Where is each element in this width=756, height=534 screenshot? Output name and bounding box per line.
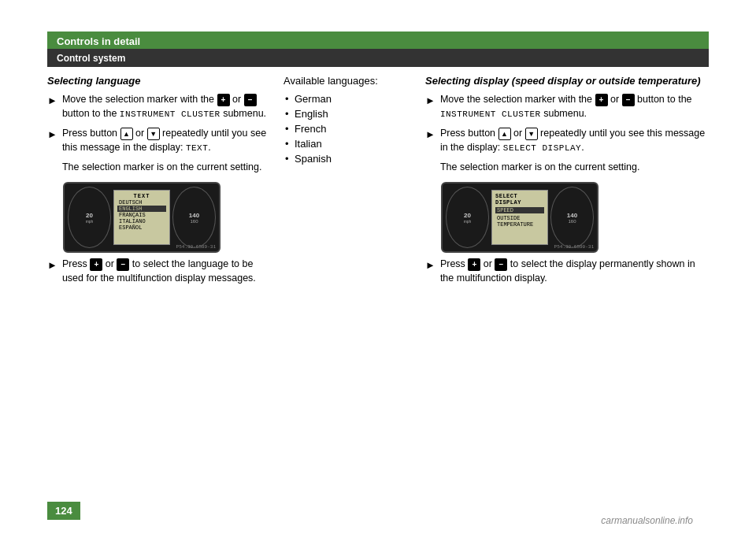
minus-icon-r2: – <box>495 258 507 271</box>
plus-icon-1: + <box>217 94 230 106</box>
arrow-sym-2: ► <box>47 128 57 154</box>
sd-center-display: SELECT DISPLAY SPEED OUTSIDE TEMPERATURE <box>491 190 548 245</box>
lang-spanish: Spanish <box>284 153 410 165</box>
speedometer-right: 140 160 <box>172 187 216 248</box>
sd-display-title: SELECT DISPLAY <box>495 193 544 206</box>
sd-caption: P54.30-6590-31 <box>554 244 594 250</box>
step2-right: ► Press button ▲ or ▼ repeatedly until y… <box>425 127 709 154</box>
sd-speedometer-right: 140 160 <box>550 187 594 248</box>
speed-num-140-right: 140 <box>189 212 199 219</box>
col-left: Selecting language ► Move the selection … <box>47 75 268 487</box>
select-display-ref: SELECT DISPLAY <box>503 143 581 153</box>
plus-icon-r1: + <box>595 94 608 106</box>
display-title-left: TEXT <box>134 193 150 199</box>
down-icon-r1: ▼ <box>525 128 538 140</box>
available-languages-label: Available languages: <box>284 75 410 87</box>
col-middle: Available languages: German English Fren… <box>284 75 410 487</box>
page-number: 124 <box>47 502 80 520</box>
up-icon-1: ▲ <box>120 128 133 140</box>
lang-italian: Italian <box>284 138 410 150</box>
sd-speed-140: 140 <box>567 212 577 219</box>
sd-speedometer-left: 20 mph <box>446 187 489 248</box>
step2b-left: ► The selection marker is on the current… <box>47 161 268 176</box>
plus-icon-2: + <box>90 258 102 271</box>
step1-left: ► Move the selection marker with the + o… <box>47 93 268 121</box>
step2-left: ► Press button ▲ or ▼ repeatedly until y… <box>47 127 268 154</box>
main-content: Selecting language ► Move the selection … <box>47 75 709 487</box>
speedometer-left: 20 mph <box>68 187 111 248</box>
plus-icon-r2: + <box>468 258 480 271</box>
arrow-sym-r1: ► <box>425 94 435 121</box>
up-icon-r1: ▲ <box>498 128 511 140</box>
center-display-left: TEXT DEUTSCH ENGLISH FRANÇAIS ITALIANO E… <box>113 190 170 245</box>
lang-german: German <box>284 93 410 105</box>
lang-francais: FRANÇAIS <box>117 212 166 218</box>
arrow-sym-3: ► <box>47 258 57 285</box>
minus-icon-2: – <box>117 258 129 271</box>
lang-french: French <box>284 123 410 135</box>
language-list: German English French Italian Spanish <box>284 93 410 165</box>
speed-num-160-right: 160 <box>190 219 198 224</box>
step2b-left-text: The selection marker is on the current s… <box>62 161 268 176</box>
step1-right: ► Move the selection marker with the + o… <box>425 93 709 121</box>
sd-item-outside-temp: OUTSIDE TEMPERATURE <box>495 215 544 228</box>
step2b-right: ► The selection marker is on the current… <box>425 161 709 176</box>
step3-right-text: Press + or – to select the display perma… <box>440 258 709 285</box>
sd-mph-label: mph <box>464 219 472 224</box>
arrow-sym-r2: ► <box>425 128 435 154</box>
lang-italiano: ITALIANO <box>117 218 166 224</box>
section-bar: Control system <box>47 49 709 67</box>
section-title: Control system <box>57 53 125 64</box>
step1-left-text: Move the selection marker with the + or … <box>62 93 268 121</box>
sd-item-speed: SPEED <box>495 207 544 213</box>
step2-left-text: Press button ▲ or ▼ repeatedly until you… <box>62 127 268 154</box>
down-icon-1: ▼ <box>147 128 160 140</box>
lang-espanol: ESPAÑOL <box>117 224 166 231</box>
arrow-sym-1: ► <box>47 94 57 121</box>
lang-english: English <box>284 108 410 120</box>
selecting-language-title: Selecting language <box>47 75 268 87</box>
speed-num-20-left: 20 <box>86 212 93 219</box>
step3-left: ► Press + or – to select the language to… <box>47 258 268 285</box>
cluster-image-left: 20 mph 140 160 TEXT DEUTSCH ENGLISH F <box>63 182 220 253</box>
lang-english-selected: ENGLISH <box>117 206 166 212</box>
header-title: Controls in detail <box>57 35 140 47</box>
instrument-cluster-ref-1: INSTRUMENT CLUSTER <box>120 109 220 119</box>
lang-deutsch: DEUTSCH <box>117 199 166 206</box>
minus-icon-r1: – <box>622 94 635 106</box>
step3-right: ► Press + or – to select the display per… <box>425 258 709 285</box>
step3-left-text: Press + or – to select the language to b… <box>62 258 268 285</box>
watermark: carmanualsonline.info <box>601 515 693 526</box>
text-ref-1: TEXT <box>186 143 208 153</box>
sd-speed-160: 160 <box>568 219 576 224</box>
col-right: Selecting display (speed display or outs… <box>425 75 709 487</box>
cluster-image-right: 20 mph 140 160 SELECT DISPLAY SPEED OUTS… <box>441 182 598 253</box>
cluster-caption-left: P54.30-6589-31 <box>176 244 216 250</box>
minus-icon-1: – <box>244 94 257 106</box>
step1-right-text: Move the selection marker with the + or … <box>440 93 709 121</box>
step2-right-text: Press button ▲ or ▼ repeatedly until you… <box>440 127 709 154</box>
arrow-sym-r3: ► <box>425 258 435 285</box>
sd-speed-20: 20 <box>464 212 471 219</box>
selecting-display-title: Selecting display (speed display or outs… <box>425 75 709 87</box>
step2b-right-text: The selection marker is on the current s… <box>440 161 709 176</box>
instrument-cluster-ref-2: INSTRUMENT CLUSTER <box>440 109 541 119</box>
mph-label-left: mph <box>86 219 94 224</box>
